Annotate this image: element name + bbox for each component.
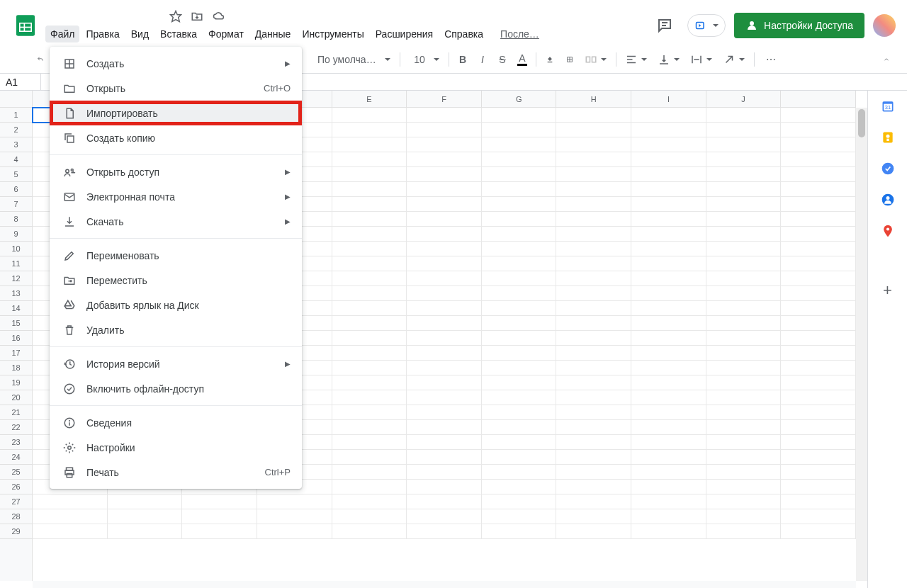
cell[interactable] bbox=[332, 435, 407, 450]
cell[interactable] bbox=[631, 375, 706, 390]
cell[interactable] bbox=[706, 346, 782, 361]
column-header[interactable]: J bbox=[706, 91, 782, 107]
cell[interactable] bbox=[556, 465, 631, 480]
cell[interactable] bbox=[706, 331, 782, 346]
row-header[interactable]: 25 bbox=[0, 465, 32, 480]
row-header[interactable]: 12 bbox=[0, 271, 32, 286]
italic-button[interactable]: I bbox=[473, 50, 492, 69]
cell[interactable] bbox=[33, 509, 108, 524]
row-header[interactable]: 28 bbox=[0, 509, 32, 524]
cell[interactable] bbox=[482, 271, 557, 286]
cell[interactable] bbox=[482, 108, 557, 123]
cell[interactable] bbox=[706, 167, 782, 182]
menu-item-offline[interactable]: Включить офлайн-доступ bbox=[50, 376, 302, 401]
cell[interactable] bbox=[407, 331, 482, 346]
cell[interactable] bbox=[556, 301, 631, 316]
menu-item-drive-shortcut[interactable]: Добавить ярлык на Диск bbox=[50, 293, 302, 317]
cell[interactable] bbox=[631, 137, 706, 152]
rotate-button[interactable] bbox=[719, 53, 750, 66]
collapse-toolbar-button[interactable] bbox=[877, 50, 896, 69]
cell[interactable] bbox=[407, 435, 482, 450]
cell[interactable] bbox=[482, 286, 557, 301]
cell[interactable] bbox=[407, 316, 482, 331]
cell[interactable] bbox=[332, 346, 407, 361]
cell[interactable] bbox=[781, 390, 856, 405]
cell[interactable] bbox=[631, 197, 706, 212]
cell[interactable] bbox=[108, 509, 183, 524]
cloud-icon[interactable] bbox=[212, 10, 226, 23]
menu-item-history[interactable]: История версий▶ bbox=[50, 351, 302, 376]
cell[interactable] bbox=[482, 480, 557, 494]
cell[interactable] bbox=[332, 524, 407, 539]
cell[interactable] bbox=[182, 509, 257, 524]
font-select[interactable]: По умолча… bbox=[313, 54, 395, 65]
cell[interactable] bbox=[332, 108, 407, 123]
cell[interactable] bbox=[781, 316, 856, 331]
row-header[interactable]: 7 bbox=[0, 197, 32, 212]
row-header[interactable]: 8 bbox=[0, 212, 32, 227]
cell[interactable] bbox=[556, 123, 631, 137]
undo-button[interactable] bbox=[31, 50, 50, 69]
cell[interactable] bbox=[781, 375, 856, 390]
cell[interactable] bbox=[631, 256, 706, 271]
menu-item-file[interactable]: Импортировать bbox=[50, 101, 302, 125]
row-header[interactable]: 13 bbox=[0, 286, 32, 301]
cell[interactable] bbox=[781, 152, 856, 167]
cell[interactable] bbox=[108, 494, 183, 509]
cell[interactable] bbox=[556, 331, 631, 346]
calendar-app-icon[interactable]: 31 bbox=[881, 99, 895, 113]
h-align-button[interactable] bbox=[621, 53, 652, 66]
cell[interactable] bbox=[781, 420, 856, 435]
column-header[interactable]: E bbox=[332, 91, 407, 107]
cell[interactable] bbox=[332, 316, 407, 331]
cell[interactable] bbox=[332, 242, 407, 256]
vertical-scroll-thumb[interactable] bbox=[858, 109, 865, 137]
menu-item-print[interactable]: ПечатьCtrl+P bbox=[50, 460, 302, 485]
cell[interactable] bbox=[332, 420, 407, 435]
cell[interactable] bbox=[631, 524, 706, 539]
cell[interactable] bbox=[706, 420, 782, 435]
cell[interactable] bbox=[332, 167, 407, 182]
cell[interactable] bbox=[556, 375, 631, 390]
cell[interactable] bbox=[482, 152, 557, 167]
cell[interactable] bbox=[482, 301, 557, 316]
cell[interactable] bbox=[556, 242, 631, 256]
menu-item-move[interactable]: Переместить bbox=[50, 268, 302, 293]
cell[interactable] bbox=[556, 256, 631, 271]
row-header[interactable]: 6 bbox=[0, 182, 32, 197]
menu-edit[interactable]: Правка bbox=[81, 26, 124, 43]
cell[interactable] bbox=[482, 212, 557, 227]
cell[interactable] bbox=[781, 435, 856, 450]
cell[interactable] bbox=[182, 524, 257, 539]
cell[interactable] bbox=[706, 212, 782, 227]
cell[interactable] bbox=[781, 524, 856, 539]
cell[interactable] bbox=[631, 346, 706, 361]
tasks-app-icon[interactable] bbox=[881, 162, 895, 176]
cell[interactable] bbox=[781, 212, 856, 227]
cell[interactable] bbox=[781, 480, 856, 494]
cell[interactable] bbox=[407, 405, 482, 420]
row-header[interactable]: 18 bbox=[0, 361, 32, 375]
horizontal-scrollbar[interactable] bbox=[33, 581, 856, 588]
cell[interactable] bbox=[407, 108, 482, 123]
cell[interactable] bbox=[706, 271, 782, 286]
cell[interactable] bbox=[482, 465, 557, 480]
cell[interactable] bbox=[706, 108, 782, 123]
cell[interactable] bbox=[482, 420, 557, 435]
menu-item-folder[interactable]: ОткрытьCtrl+O bbox=[50, 76, 302, 101]
cell[interactable] bbox=[781, 182, 856, 197]
column-header[interactable] bbox=[781, 91, 856, 107]
cell[interactable] bbox=[332, 197, 407, 212]
vertical-scrollbar[interactable] bbox=[856, 108, 867, 581]
cell[interactable] bbox=[332, 331, 407, 346]
cell[interactable] bbox=[482, 361, 557, 375]
cell[interactable] bbox=[706, 123, 782, 137]
comments-button[interactable] bbox=[650, 11, 679, 40]
cell[interactable] bbox=[33, 494, 108, 509]
cell[interactable] bbox=[556, 137, 631, 152]
cell[interactable] bbox=[556, 524, 631, 539]
cell[interactable] bbox=[631, 152, 706, 167]
cell[interactable] bbox=[556, 108, 631, 123]
select-all-corner[interactable] bbox=[0, 91, 33, 108]
cell[interactable] bbox=[781, 271, 856, 286]
